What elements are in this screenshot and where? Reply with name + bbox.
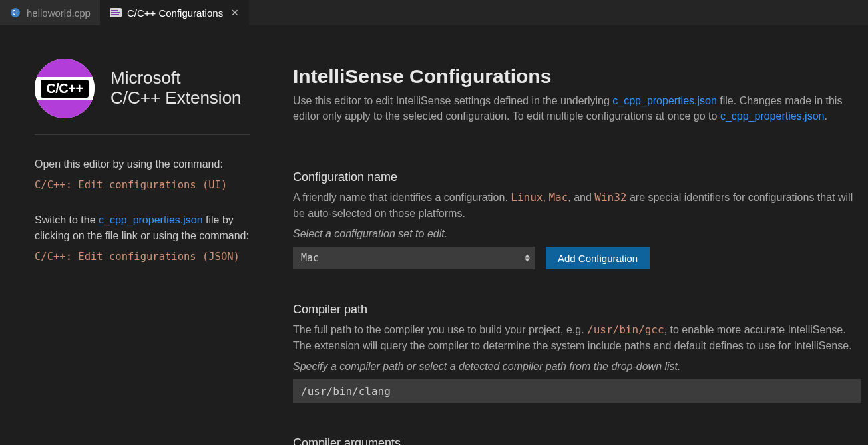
tab-label: C/C++ Configurations (127, 7, 223, 19)
svg-rect-5 (111, 14, 119, 15)
section-description: A friendly name that identifies a config… (293, 190, 861, 222)
section-description: The full path to the compiler you use to… (293, 322, 861, 354)
tab-bar-spacer (249, 0, 868, 25)
extension-header: C/C++ Microsoft C/C++ Extension (35, 59, 250, 118)
open-editor-instructions: Open this editor by using the command: C… (35, 156, 250, 194)
section-configuration-name: Configuration name A friendly name that … (293, 170, 861, 269)
add-configuration-button[interactable]: Add Configuration (546, 247, 650, 269)
configuration-select-wrap: Mac (293, 247, 535, 269)
compiler-path-input[interactable] (293, 379, 861, 403)
extension-logo-icon: C/C++ (35, 59, 95, 118)
tab-label: helloworld.cpp (27, 7, 91, 19)
section-subinstruction: Specify a compiler path or select a dete… (293, 361, 861, 372)
tab-helloworld[interactable]: C+ helloworld.cpp (0, 0, 101, 25)
open-editor-text: Open this editor by using the command: (35, 156, 250, 173)
properties-json-link[interactable]: c_cpp_properties.json (612, 95, 717, 106)
tab-configurations[interactable]: C/C++ Configurations ✕ (101, 0, 249, 25)
switch-json-instructions: Switch to the c_cpp_properties.json file… (35, 212, 250, 265)
section-subinstruction: Select a configuration set to edit. (293, 228, 861, 240)
page-title: IntelliSense Configurations (293, 65, 861, 88)
switch-text: Switch to the c_cpp_properties.json file… (35, 212, 250, 245)
command-json: C/C++: Edit configurations (JSON) (35, 251, 240, 263)
extension-title: Microsoft C/C++ Extension (110, 69, 242, 108)
sidebar: C/C++ Microsoft C/C++ Extension Open thi… (0, 25, 266, 445)
command-ui: C/C++: Edit configurations (UI) (35, 179, 227, 191)
section-title: Compiler arguments (293, 436, 861, 445)
properties-json-link[interactable]: c_cpp_properties.json (720, 110, 825, 122)
divider (35, 134, 250, 135)
section-compiler-path: Compiler path The full path to the compi… (293, 303, 861, 403)
svg-rect-4 (111, 12, 120, 13)
section-title: Configuration name (293, 170, 861, 184)
svg-text:C+: C+ (12, 10, 19, 16)
section-compiler-arguments: Compiler arguments Compiler arguments to… (293, 436, 861, 445)
section-title: Compiler path (293, 303, 861, 317)
settings-page-icon (110, 7, 122, 19)
svg-rect-3 (111, 10, 118, 11)
main-content: IntelliSense Configurations Use this edi… (266, 25, 868, 445)
close-icon[interactable]: ✕ (231, 7, 239, 18)
tab-bar: C+ helloworld.cpp C/C++ Configurations ✕ (0, 0, 868, 25)
configuration-select[interactable]: Mac (293, 247, 535, 269)
cpp-file-icon: C+ (9, 7, 21, 19)
properties-json-link[interactable]: c_cpp_properties.json (99, 214, 203, 225)
page-intro: Use this editor to edit IntelliSense set… (293, 93, 861, 124)
